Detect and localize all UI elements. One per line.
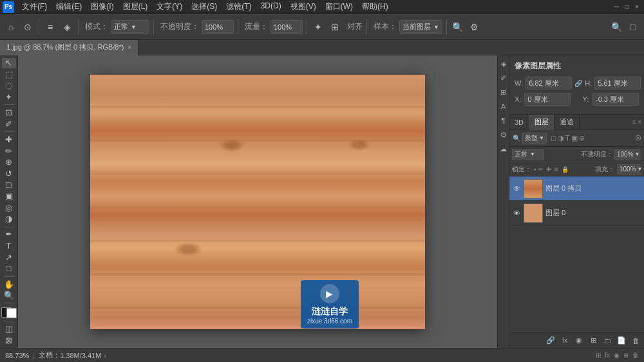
crop-tool[interactable]: ⊡ xyxy=(2,108,16,118)
tab-channels[interactable]: 通道 xyxy=(554,115,580,130)
layers-type-dropdown[interactable]: 类型 ▼ xyxy=(522,133,547,144)
blur-tool[interactable]: ◎ xyxy=(2,202,16,213)
type-tool[interactable]: T xyxy=(2,241,16,251)
lock-position-icon[interactable]: ✚ xyxy=(546,166,551,173)
lock-pixels-icon[interactable]: ✏ xyxy=(538,166,544,173)
eraser-tool[interactable]: ◻ xyxy=(2,180,16,190)
history-brush-tool[interactable]: ↺ xyxy=(2,169,16,179)
brush-tool-icon[interactable]: ⊙ xyxy=(21,20,35,34)
menu-view[interactable]: 视图(V) xyxy=(287,0,320,14)
status-mask-icon[interactable]: ◉ xyxy=(614,352,620,359)
panel-close-icon[interactable]: × xyxy=(638,119,641,126)
settings2-icon[interactable]: ⚙ xyxy=(498,129,509,140)
link-icon[interactable]: 🔗 xyxy=(574,79,582,88)
filter-adjust-icon[interactable]: ◑ xyxy=(558,134,564,142)
menu-select[interactable]: 选择(S) xyxy=(187,0,221,14)
blend-mode-dropdown[interactable]: 正常 ▼ xyxy=(512,149,544,160)
tool-preset-icon[interactable]: ◈ xyxy=(60,20,74,34)
x-input[interactable] xyxy=(524,93,571,106)
document-tab[interactable]: 1.jpg @ 88.7% (图层 0 拷贝, RGB/8*) × xyxy=(0,40,138,55)
tool-options-icon[interactable]: ≡ xyxy=(43,20,57,34)
search-icon[interactable]: 🔍 xyxy=(451,20,465,34)
menu-file[interactable]: 文件(F) xyxy=(18,0,51,14)
para-icon[interactable]: ¶ xyxy=(498,115,509,126)
filter-toggle[interactable]: ⦿ xyxy=(635,135,641,142)
settings-icon[interactable]: ⚙ xyxy=(468,20,482,34)
menu-image[interactable]: 图像(I) xyxy=(87,0,117,14)
restore-button[interactable]: □ xyxy=(622,3,631,12)
status-fx-icon[interactable]: fx xyxy=(605,352,610,359)
lock-all-icon[interactable]: 🔒 xyxy=(562,166,569,173)
layers-search-icon[interactable]: 🔍 xyxy=(512,134,521,143)
cloud-icon[interactable]: ☁ xyxy=(498,143,509,155)
status-trash-icon[interactable]: 🗑 xyxy=(632,352,639,359)
gradient-tool[interactable]: ▣ xyxy=(2,191,16,202)
y-input[interactable] xyxy=(592,93,639,106)
sample-dropdown[interactable]: 当前图层 ▼ xyxy=(399,20,442,34)
color-picker[interactable] xyxy=(1,307,17,318)
fx-icon[interactable]: fx xyxy=(559,335,571,347)
menu-window[interactable]: 窗口(W) xyxy=(321,0,357,14)
menu-filter[interactable]: 滤镜(T) xyxy=(222,0,255,14)
menu-help[interactable]: 帮助(H) xyxy=(358,0,392,14)
layer-visibility-copy[interactable]: 👁 xyxy=(512,184,521,193)
fill-value-input[interactable]: 100% ▼ xyxy=(617,164,641,175)
delete-layer-icon[interactable]: 🗑 xyxy=(630,335,641,347)
menu-edit[interactable]: 编辑(E) xyxy=(52,0,86,14)
tab-layers[interactable]: 图层 xyxy=(529,115,554,130)
status-grid-icon[interactable]: ⊞ xyxy=(596,352,601,359)
layer-item-base[interactable]: 👁 图层 0 xyxy=(509,201,644,225)
pen-tool[interactable]: ✒ xyxy=(2,229,16,240)
menu-type[interactable]: 文字(Y) xyxy=(153,0,186,14)
workspace-settings-icon[interactable]: □ xyxy=(626,20,640,34)
doc-arrow[interactable]: › xyxy=(104,352,106,359)
filter-shape-icon[interactable]: ▣ xyxy=(571,134,578,142)
add-adjustment-icon[interactable]: ⊞ xyxy=(587,335,599,347)
tab-3d[interactable]: 3D xyxy=(509,115,529,130)
panel-menu-icon[interactable]: ≡ xyxy=(632,119,636,126)
healing-tool[interactable]: ✚ xyxy=(2,135,16,145)
symmetry-icon[interactable]: ⊞ xyxy=(328,20,342,34)
edit-icon[interactable]: ✐ xyxy=(498,72,509,84)
airbrush-icon[interactable]: ✦ xyxy=(311,20,325,34)
opacity-input[interactable] xyxy=(202,20,234,34)
marquee-tool[interactable]: ⬚ xyxy=(2,70,16,80)
brush-tool[interactable]: ✏ xyxy=(2,146,16,156)
status-adj-icon[interactable]: ⊕ xyxy=(623,352,629,359)
link-layers-icon[interactable]: 🔗 xyxy=(545,335,556,347)
mode-dropdown[interactable]: 正常 ▼ xyxy=(111,20,149,34)
home-icon[interactable]: ⌂ xyxy=(4,20,18,34)
layer-visibility-base[interactable]: 👁 xyxy=(512,209,521,218)
tab-close-button[interactable]: × xyxy=(128,44,131,51)
filter-smart-icon[interactable]: ⊕ xyxy=(579,134,585,142)
lasso-tool[interactable]: ◌ xyxy=(2,81,16,91)
w-input[interactable] xyxy=(526,77,572,90)
filter-type-icon[interactable]: T xyxy=(565,134,570,142)
filter-pixel-icon[interactable]: ◻ xyxy=(551,134,556,142)
properties-icon[interactable]: ◈ xyxy=(498,58,509,70)
char-icon[interactable]: A xyxy=(498,100,509,112)
minimize-button[interactable]: ─ xyxy=(612,3,621,12)
background-color[interactable] xyxy=(6,308,17,318)
screen-mode-toggle[interactable]: ⊠ xyxy=(2,335,16,345)
close-button[interactable]: × xyxy=(632,3,641,12)
eyedropper-tool[interactable]: ✐ xyxy=(2,119,16,129)
magic-wand-tool[interactable]: ✦ xyxy=(2,92,16,102)
workspace-search-icon[interactable]: 🔍 xyxy=(609,20,623,34)
h-input[interactable] xyxy=(594,77,641,90)
zoom-tool[interactable]: 🔍 xyxy=(2,291,16,301)
hand-tool[interactable]: ✋ xyxy=(2,279,16,289)
menu-layer[interactable]: 图层(L) xyxy=(119,0,152,14)
quick-mask-toggle[interactable]: ◫ xyxy=(2,324,16,334)
opacity-value-input[interactable]: 100% ▼ xyxy=(614,149,641,160)
flow-input[interactable] xyxy=(270,20,303,34)
stamp-tool[interactable]: ⊕ xyxy=(2,157,16,167)
new-group-icon[interactable]: 🗀 xyxy=(601,335,613,347)
new-layer-icon[interactable]: 📄 xyxy=(616,335,627,347)
lock-artboard-icon[interactable]: ⊕ xyxy=(554,166,559,173)
add-mask-icon[interactable]: ◉ xyxy=(573,335,585,347)
move-tool[interactable]: ↖ xyxy=(2,58,16,68)
dodge-tool[interactable]: ◑ xyxy=(2,214,16,224)
lock-transparent-icon[interactable]: ▪ xyxy=(534,166,536,173)
layer-item-copy[interactable]: 👁 图层 0 拷贝 xyxy=(509,176,644,201)
